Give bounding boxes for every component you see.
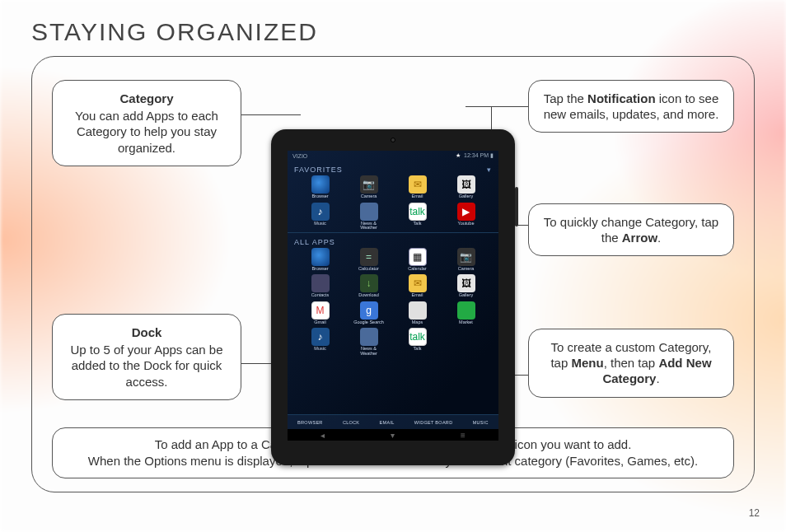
app-label: Email bbox=[412, 194, 423, 199]
talk-icon[interactable]: talk bbox=[409, 203, 427, 221]
gmail-icon[interactable]: M bbox=[311, 301, 330, 320]
calculator-icon[interactable]: = bbox=[360, 248, 378, 266]
app-icon[interactable]: Browser bbox=[296, 248, 344, 272]
app-label: Music bbox=[314, 222, 325, 226]
app-icon[interactable]: 🖼Gallery bbox=[442, 175, 490, 199]
softkey-icon[interactable]: ◂ bbox=[320, 431, 325, 440]
text: . bbox=[656, 371, 659, 385]
text-bold: Arrow bbox=[622, 231, 657, 245]
status-brand: VIZIO bbox=[292, 153, 307, 159]
leader-line bbox=[241, 114, 301, 115]
app-icon[interactable]: ↓Download bbox=[344, 274, 393, 298]
tablet-screen: VIZIO ★ 12:34 PM ▮ FAVORITES ▾ Browser📷C… bbox=[288, 151, 498, 441]
tablet-device: VIZIO ★ 12:34 PM ▮ FAVORITES ▾ Browser📷C… bbox=[271, 129, 515, 465]
music-icon[interactable]: ♪ bbox=[311, 203, 330, 221]
text-bold: Notification bbox=[587, 91, 656, 105]
music-icon[interactable]: ♪ bbox=[311, 328, 330, 346]
app-label: Youtube bbox=[458, 222, 475, 226]
browser-icon[interactable] bbox=[311, 248, 330, 266]
app-icon[interactable]: talkTalk bbox=[393, 203, 442, 231]
callout-category-heading: Category bbox=[66, 91, 227, 106]
news-weather-icon[interactable] bbox=[360, 328, 378, 346]
dock-item[interactable]: EMAIL bbox=[380, 420, 395, 425]
dock-item[interactable]: MUSIC bbox=[473, 420, 489, 425]
app-icon[interactable]: ✉Email bbox=[393, 274, 442, 298]
callout-notification: Tap the Notification icon to see new ema… bbox=[528, 80, 734, 133]
app-icon[interactable]: Browser bbox=[296, 175, 344, 199]
app-label: News & Weather bbox=[353, 347, 386, 356]
app-icon[interactable]: gGoogle Search bbox=[344, 301, 393, 325]
status-time: 12:34 PM bbox=[464, 152, 489, 158]
blank-icon[interactable] bbox=[457, 328, 475, 346]
app-label: Camera bbox=[458, 267, 475, 272]
dock-item[interactable]: CLOCK bbox=[343, 420, 359, 425]
app-label: Maps bbox=[412, 320, 423, 325]
menu-softkey-icon[interactable]: ≡ bbox=[461, 431, 466, 440]
app-label: Talk bbox=[414, 222, 422, 226]
content-frame: Category You can add Apps to each Catego… bbox=[31, 56, 755, 492]
youtube-icon[interactable]: ▶ bbox=[457, 203, 475, 221]
app-label: Google Search bbox=[353, 320, 384, 325]
softkeys-bar: ◂▾≡ bbox=[288, 429, 498, 441]
app-label: Browser bbox=[311, 267, 328, 272]
callout-dock-body: Up to 5 of your Apps can be added to the… bbox=[70, 343, 222, 388]
maps-icon[interactable] bbox=[409, 301, 427, 320]
app-label: Talk bbox=[414, 347, 422, 352]
contacts-icon[interactable] bbox=[311, 274, 330, 292]
favorites-grid: Browser📷Camera✉Email🖼Gallery♪MusicNews &… bbox=[288, 175, 498, 231]
email-icon[interactable]: ✉ bbox=[409, 274, 427, 292]
calendar-icon[interactable]: ▦ bbox=[409, 248, 427, 266]
gallery-icon[interactable]: 🖼 bbox=[457, 274, 475, 292]
callout-dock-heading: Dock bbox=[66, 324, 227, 340]
news-weather-icon[interactable] bbox=[360, 203, 378, 221]
app-icon[interactable]: Market bbox=[442, 301, 490, 325]
app-icon[interactable]: News & Weather bbox=[344, 203, 393, 231]
app-icon[interactable]: ✉Email bbox=[393, 175, 442, 199]
dock-bar[interactable]: BROWSERCLOCKEMAILWIDGET BOARDMUSIC bbox=[288, 414, 498, 429]
softkey-icon[interactable]: ▾ bbox=[391, 431, 395, 440]
app-icon[interactable]: Maps bbox=[393, 301, 442, 325]
browser-icon[interactable] bbox=[311, 175, 330, 194]
app-icon[interactable]: 📷Camera bbox=[442, 248, 490, 272]
app-label: Camera bbox=[361, 194, 377, 199]
text-bold: Menu bbox=[571, 356, 603, 370]
app-icon[interactable]: ▶Youtube bbox=[442, 203, 490, 231]
page-title: STAYING ORGANIZED bbox=[31, 18, 318, 46]
app-icon[interactable]: ▦Calendar bbox=[393, 248, 442, 272]
arrow-icon[interactable]: ▾ bbox=[487, 166, 492, 174]
market-icon[interactable] bbox=[457, 301, 475, 320]
app-icon[interactable]: =Calculator bbox=[344, 248, 393, 272]
app-icon[interactable]: News & Weather bbox=[344, 328, 393, 356]
talk-icon[interactable]: talk bbox=[409, 328, 427, 346]
text: , then tap bbox=[604, 356, 659, 370]
callout-category-body: You can add Apps to each Category to hel… bbox=[75, 109, 218, 154]
app-label: Calendar bbox=[408, 267, 426, 272]
app-icon[interactable]: 📷Camera bbox=[344, 175, 393, 199]
section-favorites[interactable]: FAVORITES ▾ bbox=[288, 161, 498, 175]
app-label: Email bbox=[412, 293, 423, 298]
google-search-icon[interactable]: g bbox=[360, 301, 378, 320]
camera-icon[interactable]: 📷 bbox=[457, 248, 475, 266]
app-label: Market bbox=[459, 320, 473, 325]
app-icon[interactable]: Contacts bbox=[296, 274, 344, 298]
dock-item[interactable]: WIDGET BOARD bbox=[414, 420, 453, 425]
callout-category: Category You can add Apps to each Catego… bbox=[52, 80, 241, 166]
app-icon[interactable]: ♪Music bbox=[296, 328, 344, 356]
notification-icon[interactable]: ★ bbox=[456, 152, 461, 158]
camera-dot bbox=[391, 138, 395, 142]
app-label: Download bbox=[358, 293, 378, 298]
email-icon[interactable]: ✉ bbox=[409, 175, 427, 194]
section-all-apps[interactable]: ALL APPS bbox=[288, 232, 498, 248]
app-icon[interactable]: talkTalk bbox=[393, 328, 442, 356]
app-icon[interactable] bbox=[442, 328, 490, 356]
gallery-icon[interactable]: 🖼 bbox=[457, 175, 475, 194]
leader-line bbox=[466, 106, 528, 107]
dock-item[interactable]: BROWSER bbox=[297, 420, 323, 425]
app-icon[interactable]: MGmail bbox=[296, 301, 344, 325]
download-icon[interactable]: ↓ bbox=[360, 274, 378, 292]
app-icon[interactable]: 🖼Gallery bbox=[442, 274, 490, 298]
app-icon[interactable]: ♪Music bbox=[296, 203, 344, 231]
app-label: Calculator bbox=[358, 267, 379, 272]
camera-icon[interactable]: 📷 bbox=[360, 175, 378, 194]
app-label: Gmail bbox=[314, 320, 325, 325]
